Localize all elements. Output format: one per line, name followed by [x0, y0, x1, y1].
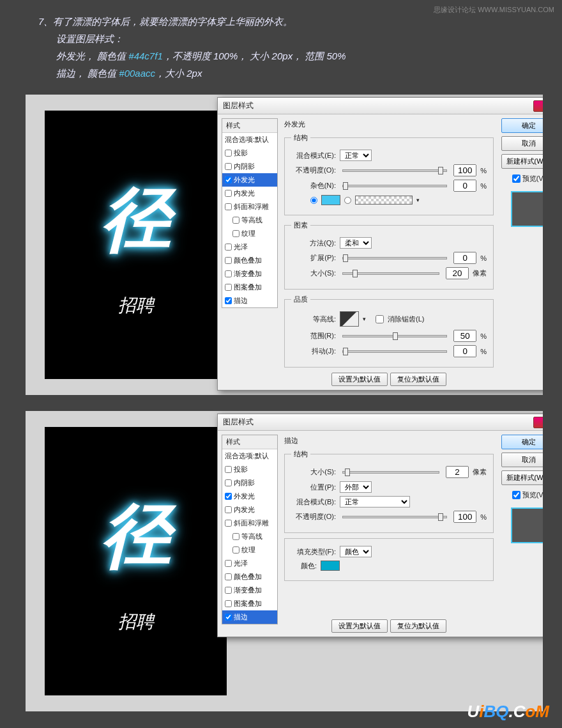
style-bevel[interactable]: 斜面和浮雕 [222, 516, 277, 530]
style-inner-glow[interactable]: 内发光 [222, 187, 277, 200]
style-stroke[interactable]: 描边 [222, 610, 277, 624]
size-input[interactable] [446, 466, 469, 478]
style-contour[interactable]: 等高线 [222, 530, 277, 543]
structure-group: 结构 大小(S):像素 位置(P):外部 混合模式(B):正常 不透明度(O):… [284, 449, 494, 533]
preview-checkbox[interactable] [512, 174, 520, 183]
reset-default-button[interactable]: 复位为默认值 [390, 619, 446, 633]
ok-button[interactable]: 确定 [501, 118, 543, 133]
spread-input[interactable] [453, 252, 476, 264]
antialias-checkbox[interactable] [376, 315, 384, 323]
hex1: #44c7f1 [128, 50, 162, 61]
blend-mode-select[interactable]: 正常 [340, 496, 410, 507]
footer-logo: UiBQ.CoM [467, 702, 549, 722]
settings-panel: 外发光 结构 混合模式(E):正常 不透明度(O):% 杂色(N):% ▾ 图素… [282, 118, 496, 386]
set-default-button[interactable]: 设置为默认值 [331, 619, 388, 633]
styles-header[interactable]: 样式 [222, 435, 277, 449]
canvas-preview: 径 招聘 [45, 427, 227, 695]
style-drop-shadow[interactable]: 投影 [222, 146, 277, 160]
intro-line1: 7、有了漂漂的字体后，就要给漂漂的字体穿上华丽的外衣。 [38, 13, 536, 30]
fill-type-select[interactable]: 颜色 [340, 546, 372, 557]
opacity-input[interactable] [453, 164, 476, 176]
cancel-button[interactable]: 取消 [501, 453, 543, 467]
style-pattern-overlay[interactable]: 图案叠加 [222, 281, 277, 294]
color-radio[interactable] [310, 197, 317, 204]
close-button[interactable]: × [533, 417, 543, 428]
style-contour[interactable]: 等高线 [222, 213, 277, 227]
panel-title: 外发光 [284, 120, 494, 129]
blend-mode-select[interactable]: 正常 [340, 150, 372, 161]
style-texture[interactable]: 纹理 [222, 543, 277, 557]
style-satin[interactable]: 光泽 [222, 557, 277, 570]
size-input[interactable] [446, 267, 469, 279]
style-texture[interactable]: 纹理 [222, 227, 277, 240]
gradient-radio[interactable] [344, 197, 351, 204]
styles-list: 样式 混合选项:默认 投影 内阴影 外发光 内发光 斜面和浮雕 等高线 纹理 光… [222, 435, 278, 624]
size-slider[interactable] [342, 272, 439, 275]
style-inner-shadow[interactable]: 内阴影 [222, 160, 277, 173]
contour-picker[interactable] [340, 311, 359, 327]
reset-default-button[interactable]: 复位为默认值 [390, 373, 446, 386]
style-gradient-overlay[interactable]: 渐变叠加 [222, 584, 277, 597]
opacity-slider[interactable] [342, 516, 447, 518]
style-inner-glow[interactable]: 内发光 [222, 503, 277, 516]
style-inner-shadow[interactable]: 内阴影 [222, 476, 277, 490]
preview-checkbox[interactable] [512, 491, 520, 499]
sub-text: 招聘 [118, 293, 154, 318]
style-gradient-overlay[interactable]: 渐变叠加 [222, 267, 277, 281]
style-color-overlay[interactable]: 颜色叠加 [222, 254, 277, 267]
gradient-picker[interactable] [355, 196, 413, 205]
close-button[interactable]: × [533, 100, 543, 112]
style-stroke[interactable]: 描边 [222, 294, 277, 307]
style-drop-shadow[interactable]: 投影 [222, 463, 277, 476]
style-pattern-overlay[interactable]: 图案叠加 [222, 597, 277, 610]
stroke-color-swatch[interactable] [321, 561, 340, 571]
titlebar[interactable]: 图层样式 × [218, 414, 543, 431]
glow-text: 径 [101, 173, 171, 268]
blend-options[interactable]: 混合选项:默认 [222, 133, 277, 146]
glow-color-swatch[interactable] [321, 195, 340, 205]
canvas-preview: 径 招聘 [45, 111, 227, 379]
noise-input[interactable] [453, 180, 476, 192]
screenshot-2: 径 招聘 图层样式 × 样式 混合选项:默认 投影 内阴影 外发光 内发光 斜面… [26, 411, 543, 711]
jitter-slider[interactable] [342, 350, 447, 353]
style-satin[interactable]: 光泽 [222, 240, 277, 254]
styles-list: 样式 混合选项:默认 投影 内阴影 外发光 内发光 斜面和浮雕 等高线 纹理 光… [222, 118, 278, 308]
style-outer-glow[interactable]: 外发光 [222, 490, 277, 503]
sub-text: 招聘 [118, 610, 154, 634]
method-select[interactable]: 柔和 [340, 237, 372, 249]
fill-group: 填充类型(F):颜色 颜色: [284, 538, 494, 581]
opacity-slider[interactable] [342, 169, 447, 172]
settings-panel: 描边 结构 大小(S):像素 位置(P):外部 混合模式(B):正常 不透明度(… [282, 435, 496, 633]
hex2: #00aacc [119, 68, 155, 79]
preview-thumbnail [511, 191, 543, 227]
panel-title: 描边 [284, 436, 494, 445]
styles-header[interactable]: 样式 [222, 119, 277, 133]
new-style-button[interactable]: 新建样式(W)... [501, 154, 543, 169]
intro-line3: 外发光， 颜色值 #44c7f1，不透明度 100%， 大小 20px， 范围 … [38, 47, 536, 65]
screenshot-1: 径 招聘 图层样式 × 样式 混合选项:默认 投影 内阴影 外发光 内发光 斜面… [26, 95, 543, 395]
dialog-title: 图层样式 [223, 100, 533, 111]
range-input[interactable] [453, 330, 476, 342]
style-outer-glow[interactable]: 外发光 [222, 173, 277, 187]
structure-group: 结构 混合模式(E):正常 不透明度(O):% 杂色(N):% ▾ [284, 133, 494, 215]
cancel-button[interactable]: 取消 [501, 136, 543, 151]
dialog-title: 图层样式 [223, 417, 533, 428]
new-style-button[interactable]: 新建样式(W)... [501, 470, 543, 485]
layer-style-dialog: 图层样式 × 样式 混合选项:默认 投影 内阴影 外发光 内发光 斜面和浮雕 等… [217, 97, 543, 391]
glow-text: 径 [101, 489, 171, 584]
ok-button[interactable]: 确定 [501, 435, 543, 449]
set-default-button[interactable]: 设置为默认值 [331, 373, 388, 386]
intro-line2: 设置图层样式： [38, 30, 536, 47]
opacity-input[interactable] [453, 511, 476, 523]
style-color-overlay[interactable]: 颜色叠加 [222, 570, 277, 584]
noise-slider[interactable] [342, 185, 447, 187]
position-select[interactable]: 外部 [340, 481, 372, 493]
jitter-input[interactable] [453, 345, 476, 357]
spread-slider[interactable] [342, 257, 447, 259]
titlebar[interactable]: 图层样式 × [218, 98, 543, 114]
style-bevel[interactable]: 斜面和浮雕 [222, 200, 277, 213]
range-slider[interactable] [342, 335, 447, 337]
quality-group: 品质 等高线:▾ 消除锯齿(L) 范围(R):% 抖动(J):% [284, 295, 494, 368]
size-slider[interactable] [342, 471, 439, 474]
blend-options[interactable]: 混合选项:默认 [222, 449, 277, 463]
